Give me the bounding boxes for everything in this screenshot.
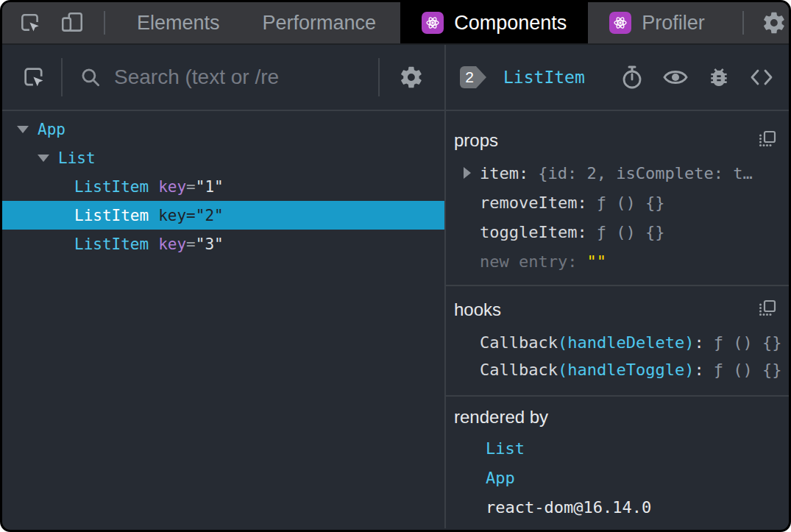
prop-row-new-entry[interactable]: new entry: "" — [446, 247, 789, 276]
tree-row-listitem-2[interactable]: ListItem key="2" — [2, 201, 444, 230]
rendered-by-react-dom: react-dom@16.14.0 — [446, 492, 789, 522]
copy-props-icon[interactable] — [758, 130, 777, 149]
tab-performance[interactable]: Performance — [241, 2, 398, 43]
collapse-arrow-icon[interactable] — [38, 155, 49, 162]
tab-elements[interactable]: Elements — [116, 2, 241, 43]
tab-bar: Elements Performance Components — [2, 2, 789, 45]
svg-text:2: 2 — [465, 68, 474, 85]
component-details-panel: 2 ListItem — [446, 45, 789, 528]
search-icon — [79, 65, 102, 89]
key-attribute: key="3" — [158, 235, 224, 253]
selected-component-name: ListItem — [503, 68, 585, 87]
tab-profiler[interactable]: Profiler — [588, 2, 726, 43]
hook-row-handletoggle[interactable]: Callback(handleToggle): ƒ () {} — [446, 356, 789, 383]
toolbar-separator — [61, 58, 63, 96]
component-name: ListItem — [74, 178, 149, 196]
rendered-by-app-link[interactable]: App — [446, 463, 789, 492]
owners-count-badge: 2 — [459, 65, 487, 89]
tab-label: Elements — [137, 12, 220, 35]
log-bug-icon[interactable] — [707, 65, 731, 89]
expand-arrow-icon[interactable] — [464, 167, 471, 179]
key-attribute: key="2" — [158, 207, 224, 224]
prop-row-item[interactable]: item: {id: 2, isComplete: t… — [446, 158, 789, 188]
tab-label: Performance — [263, 12, 377, 35]
toolbar-separator — [378, 58, 380, 96]
tree-row-app[interactable]: App — [2, 115, 444, 143]
inspect-dom-eye-icon[interactable] — [662, 65, 689, 89]
tree-row-listitem-3[interactable]: ListItem key="3" — [2, 230, 444, 258]
settings-gear-icon[interactable] — [762, 10, 787, 35]
collapse-arrow-icon[interactable] — [17, 126, 29, 133]
react-atom-icon — [609, 12, 631, 34]
tree-row-listitem-1[interactable]: ListItem key="1" — [2, 172, 444, 201]
prop-row-removeitem[interactable]: removeItem: ƒ () {} — [446, 188, 789, 217]
component-name: List — [58, 149, 96, 167]
tabbar-separator — [742, 11, 744, 35]
tab-label: Profiler — [642, 12, 705, 35]
props-section: props item: {id: 2, isComplete: t… — [446, 111, 789, 286]
hook-row-handledelete[interactable]: Callback(handleDelete): ƒ () {} — [446, 329, 789, 356]
tree-row-list[interactable]: List — [2, 143, 444, 172]
tab-label: Components — [454, 12, 567, 35]
props-section-title: props — [454, 129, 789, 152]
component-name: App — [38, 121, 65, 138]
component-name: ListItem — [74, 235, 149, 253]
inspect-element-icon[interactable] — [18, 11, 42, 35]
component-name: ListItem — [74, 207, 149, 224]
select-element-icon[interactable] — [21, 65, 46, 90]
view-source-code-icon[interactable] — [749, 67, 774, 88]
rendered-by-section: rendered by List App react-dom@16.14.0 — [446, 397, 789, 528]
details-header: 2 ListItem — [446, 45, 789, 111]
copy-hooks-icon[interactable] — [758, 299, 777, 319]
tree-toolbar: Search (text or /re — [2, 45, 444, 111]
hooks-section-title: hooks — [454, 298, 789, 322]
components-tree-panel: Search (text or /re App List ListItem ke — [2, 45, 446, 528]
tabbar-separator — [104, 11, 105, 35]
tree-settings-gear-icon[interactable] — [399, 65, 424, 90]
key-attribute: key="1" — [158, 178, 224, 196]
prop-row-toggleitem[interactable]: toggleItem: ƒ () {} — [446, 217, 789, 247]
device-toolbar-icon[interactable] — [60, 10, 85, 35]
rendered-by-title: rendered by — [454, 405, 789, 429]
main-split: Search (text or /re App List ListItem ke — [2, 45, 789, 528]
react-atom-icon — [422, 12, 444, 34]
component-tree: App List ListItem key="1" ListItem key="… — [2, 111, 444, 528]
search-input[interactable]: Search (text or /re — [114, 65, 378, 89]
suspend-stopwatch-icon[interactable] — [620, 65, 644, 90]
rendered-by-list-link[interactable]: List — [446, 433, 789, 463]
details-actions — [620, 65, 774, 90]
hooks-section: hooks Callback(handleDelete): ƒ () {} — [446, 286, 789, 397]
devtools-window: Elements Performance Components — [0, 0, 791, 532]
tab-components[interactable]: Components — [400, 2, 588, 43]
